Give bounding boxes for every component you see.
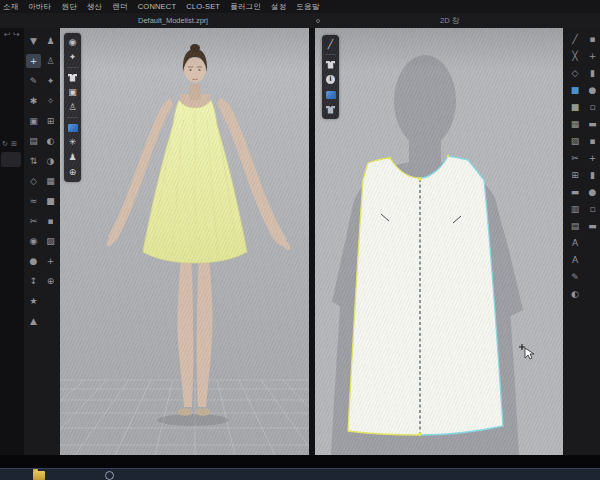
redo-icon[interactable]: ↪ (13, 30, 20, 39)
menu-fabric[interactable]: 원단 (62, 2, 77, 12)
menu-settings[interactable]: 설정 (271, 2, 286, 12)
fabric-view-2d-icon[interactable] (324, 88, 337, 101)
tape-measure-icon[interactable]: ⊞ (43, 114, 58, 128)
toolbar-separator (325, 54, 336, 55)
show-pattern-icon[interactable] (324, 58, 337, 71)
menu-material[interactable]: 소재 (3, 2, 18, 12)
clipped-tool-icon[interactable]: ▫ (585, 101, 600, 114)
button-icon[interactable]: ◉ (26, 234, 41, 248)
show-garment-icon[interactable] (66, 71, 79, 84)
steam-brush-icon[interactable]: ≈ (26, 194, 41, 208)
menu-plugin[interactable]: 플러그인 (230, 2, 261, 12)
trace-icon[interactable]: ⊞ (568, 169, 583, 182)
brush-2d-icon[interactable]: ✎ (568, 271, 583, 284)
pattern-outline-icon[interactable] (324, 103, 337, 116)
simulate-icon[interactable]: ▼ (26, 34, 41, 48)
pressure-map-icon[interactable]: ◑ (43, 154, 58, 168)
text-tool-icon[interactable]: A (568, 237, 583, 250)
zipper-icon[interactable]: ↕ (26, 274, 41, 288)
viewport-2d[interactable]: ╱ i (315, 28, 563, 455)
show-avatar-icon[interactable]: ♙ (66, 101, 79, 114)
pin-icon[interactable]: ✱ (26, 94, 41, 108)
pattern-swatch-icon[interactable]: ▨ (568, 135, 583, 148)
clipped-tool-icon[interactable]: ▬ (585, 118, 600, 131)
strain-map-icon[interactable]: ▦ (43, 174, 58, 188)
fabric-a-swatch-icon[interactable]: ■ (43, 194, 58, 208)
free-sewing-icon[interactable]: ⇅ (26, 154, 41, 168)
environment-icon[interactable]: ⊕ (43, 274, 58, 288)
cut-sew-icon[interactable]: ✂ (568, 152, 583, 165)
fold-arrangement-icon[interactable]: ◇ (26, 174, 41, 188)
clipped-tool-icon[interactable]: ▮ (585, 169, 600, 182)
grainline-icon[interactable]: + (43, 254, 58, 268)
menu-connect[interactable]: CONNECT (138, 2, 176, 11)
clipped-tool-icon[interactable]: ▪ (585, 33, 600, 46)
fabric-c-swatch-icon[interactable]: ▨ (43, 234, 58, 248)
pattern-box-icon[interactable]: ■ (568, 101, 583, 114)
hand-pose-icon[interactable]: ✧ (43, 94, 58, 108)
clipped-tool-icon[interactable]: + (585, 152, 600, 165)
clipped-tool-icon[interactable]: + (585, 50, 600, 63)
seam-allowance-icon[interactable]: ▬ (568, 186, 583, 199)
select-move-icon[interactable]: + (26, 54, 41, 68)
fabric-b-swatch-icon[interactable]: ▪ (43, 214, 58, 228)
thumbnail-2d-icon[interactable]: ◐ (568, 288, 583, 301)
viewport-3d-toolbar: ◉ ✦ ▣ ♙ ✳ ♟ ⊕ (64, 33, 81, 182)
avatar-pose-icon[interactable]: ♟ (43, 34, 58, 48)
fabric-view-icon[interactable] (66, 121, 79, 134)
menu-clo-set[interactable]: CLO-SET (186, 2, 220, 11)
clipped-tool-icon[interactable]: ▬ (585, 220, 600, 233)
shirring-icon[interactable]: ▲ (26, 314, 41, 328)
topstitch-icon[interactable]: ★ (26, 294, 41, 308)
render-mode-icon[interactable]: ◉ (66, 36, 79, 49)
menu-avatar[interactable]: 아바타 (28, 2, 51, 12)
grid-view-icon[interactable]: ⊞ (11, 140, 17, 148)
buttonhole-icon[interactable]: ● (26, 254, 41, 268)
pattern-texture-icon[interactable]: ▦ (568, 118, 583, 131)
sewing-machine-icon[interactable]: ▣ (26, 114, 41, 128)
internal-grid-icon[interactable]: ▥ (568, 203, 583, 216)
edit-curvature-icon[interactable]: ╳ (568, 50, 583, 63)
scene-capture-icon[interactable]: ✦ (66, 51, 79, 64)
library-thumbnail[interactable] (1, 152, 21, 167)
clipped-tool-icon[interactable]: ▪ (585, 135, 600, 148)
clipped-tool-icon[interactable]: ▮ (585, 67, 600, 80)
library-strip: ↩ ↪ ↻ ⊞ (0, 28, 24, 455)
edit-pattern-icon[interactable]: ╱ (568, 33, 583, 46)
taskbar-app-icon[interactable] (105, 471, 114, 480)
pen-tool-icon[interactable]: ╱ (324, 38, 337, 51)
left-toolbar: ▼+✎✱▣▤⇅◇≈✂◉●↕★▲ ♟♙✦✧⊞◐◑▦■▪▨+⊕ (24, 28, 60, 455)
pattern-piece-front[interactable] (348, 155, 503, 436)
arm-pose-icon[interactable]: ✦ (43, 74, 58, 88)
refresh-icon[interactable]: ↻ (2, 140, 8, 148)
avatar-hair-bun (190, 44, 200, 52)
menu-render[interactable]: 렌더 (112, 2, 127, 12)
taskbar-folder-icon[interactable] (33, 471, 45, 480)
fabric-swatch-icon[interactable]: ■ (568, 84, 583, 97)
fit-map-icon[interactable]: ◐ (43, 134, 58, 148)
show-sewing-icon[interactable]: ▣ (66, 86, 79, 99)
clipped-tool-icon[interactable]: ▫ (585, 203, 600, 216)
undo-icon[interactable]: ↩ (4, 30, 11, 39)
avatar-shadow (157, 414, 229, 426)
pattern-info-icon[interactable]: i (324, 73, 337, 86)
menu-production[interactable]: 생산 (87, 2, 102, 12)
viewport-3d[interactable]: ◉ ✦ ▣ ♙ ✳ ♟ ⊕ (60, 28, 309, 455)
project-tab[interactable]: Default_Modelist.zprj (138, 16, 208, 25)
environment-globe-icon[interactable]: ⊕ (66, 166, 79, 179)
text-style-icon[interactable]: A (568, 254, 583, 267)
hatch-fill-icon[interactable]: ▤ (568, 220, 583, 233)
segment-sewing-icon[interactable]: ▤ (26, 134, 41, 148)
scissors-icon[interactable]: ✂ (26, 214, 41, 228)
avatar-size-icon[interactable]: ♙ (43, 54, 58, 68)
clipped-tool-icon[interactable]: ● (585, 186, 600, 199)
menu-help[interactable]: 도움말 (296, 2, 319, 12)
right-toolbar-column-1: ╱╳◇■■▦▨✂⊞▬▥▤AA✎◐ (565, 31, 585, 455)
feather-display-icon[interactable]: ✳ (66, 136, 79, 149)
os-taskbar (0, 468, 600, 480)
clipped-tool-icon[interactable]: ● (585, 84, 600, 97)
mannequin-display-icon[interactable]: ♟ (66, 151, 79, 164)
add-point-icon[interactable]: ◇ (568, 67, 583, 80)
right-toolbar-column-2: ▪+▮●▫▬▪+▮●▫▬ (585, 31, 600, 455)
pen-edit-icon[interactable]: ✎ (26, 74, 41, 88)
